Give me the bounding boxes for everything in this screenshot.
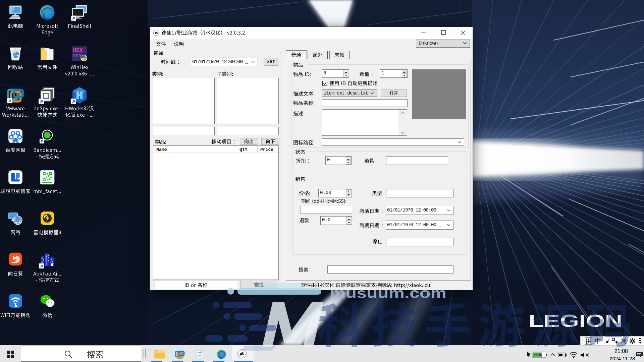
svg-text:LEGION: LEGION	[529, 311, 623, 330]
svg-text:69%: 69%	[534, 353, 542, 357]
svg-text:HEX: HEX	[73, 47, 83, 54]
svg-text:SP3: SP3	[73, 53, 82, 59]
